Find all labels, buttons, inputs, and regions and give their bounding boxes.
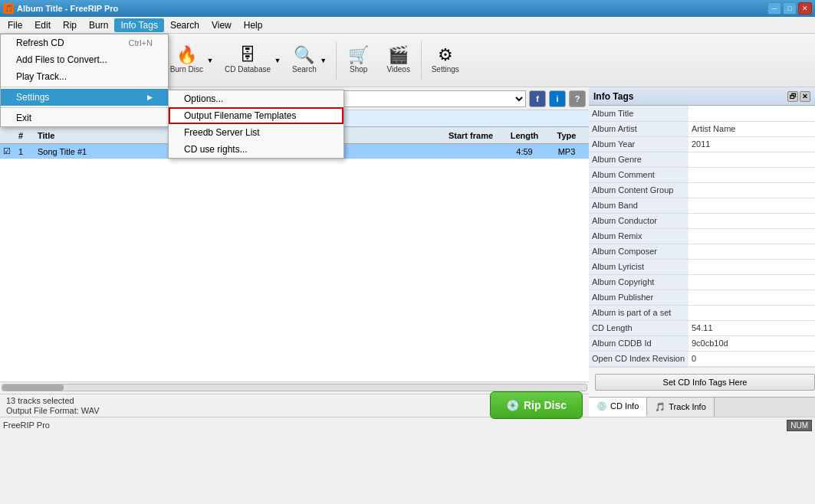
menu-edit[interactable]: Edit bbox=[28, 18, 57, 32]
info-field-value[interactable] bbox=[688, 152, 815, 167]
dropdown-separator-1 bbox=[1, 87, 168, 87]
track-list[interactable]: ☑ 1 Song Title #1 4:59 MP3 bbox=[0, 144, 589, 381]
info-panel-body: Album TitleAlbum ArtistArtist NameAlbum … bbox=[589, 106, 815, 367]
search-dropdown-arrow[interactable]: ▼ bbox=[318, 37, 329, 84]
info-field-label: CD Length bbox=[589, 320, 688, 335]
rip-disc-button[interactable]: 💿 Rip Disc bbox=[490, 391, 583, 419]
menu-burn[interactable]: Burn bbox=[83, 18, 114, 32]
info-field-value[interactable]: 0 bbox=[688, 351, 815, 366]
bottom-bar: 13 tracks selected Output File Format: W… bbox=[0, 394, 589, 417]
menu-refresh-cd[interactable]: Refresh CD Ctrl+N bbox=[1, 34, 168, 51]
burn-disc-button[interactable]: 🔥 Burn Disc ▼ bbox=[166, 37, 219, 84]
info-field-value[interactable] bbox=[688, 274, 815, 290]
info-table-row: Album is part of a set bbox=[589, 305, 815, 320]
info-table-row: Album Remix bbox=[589, 228, 815, 244]
submenu-cd-use-rights[interactable]: CD use rights... bbox=[169, 141, 343, 158]
menu-bar: File Edit Rip Burn Info Tags Search View… bbox=[0, 17, 815, 34]
maximize-button[interactable]: □ bbox=[783, 2, 797, 15]
info-field-label: Album Copyright bbox=[589, 274, 688, 290]
title-bar-left: 🎵 Album Title - FreeRIP Pro bbox=[3, 3, 118, 14]
search-icon: 🔍 bbox=[294, 47, 314, 64]
minimize-button[interactable]: ─ bbox=[767, 2, 781, 15]
panel-close-button[interactable]: ✕ bbox=[800, 91, 810, 102]
help-button[interactable]: ? bbox=[569, 90, 586, 107]
menu-settings-item[interactable]: Settings bbox=[1, 89, 168, 106]
info-field-value[interactable] bbox=[688, 290, 815, 305]
set-cd-info-button[interactable]: Set CD Info Tags Here bbox=[595, 374, 815, 391]
info-table-row: Album Comment bbox=[589, 167, 815, 182]
track-type: MP3 bbox=[547, 147, 586, 156]
menu-rip[interactable]: Rip bbox=[57, 18, 83, 32]
info-field-value[interactable] bbox=[688, 213, 815, 228]
info-field-value[interactable] bbox=[688, 228, 815, 244]
bottom-status-area: 13 tracks selected Output File Format: W… bbox=[6, 396, 100, 415]
scroll-track[interactable] bbox=[2, 384, 587, 391]
settings-button[interactable]: ⚙ Settings bbox=[425, 37, 466, 84]
title-bar: 🎵 Album Title - FreeRIP Pro ─ □ ✕ bbox=[0, 0, 815, 17]
info-field-value[interactable] bbox=[688, 106, 815, 121]
window-controls: ─ □ ✕ bbox=[767, 2, 812, 15]
info-field-label: Album Title bbox=[589, 106, 688, 121]
track-number: 1 bbox=[18, 147, 38, 156]
search-button[interactable]: 🔍 Search ▼ bbox=[288, 37, 333, 84]
close-button[interactable]: ✕ bbox=[798, 2, 812, 15]
info-table-row: Album Publisher bbox=[589, 290, 815, 305]
submenu-output-filename[interactable]: Output Filename Templates bbox=[169, 107, 343, 124]
info-button[interactable]: i bbox=[549, 90, 566, 107]
info-field-value[interactable]: 9c0cb10d bbox=[688, 335, 815, 351]
menu-exit[interactable]: Exit bbox=[1, 110, 168, 126]
info-field-label: Album Band bbox=[589, 198, 688, 213]
info-field-value[interactable]: 54.11 bbox=[688, 320, 815, 335]
panel-restore-button[interactable]: 🗗 bbox=[787, 91, 798, 102]
videos-button[interactable]: 🎬 Videos bbox=[380, 37, 418, 84]
info-table: Album TitleAlbum ArtistArtist NameAlbum … bbox=[589, 106, 815, 367]
info-field-value[interactable]: Artist Name bbox=[688, 121, 815, 136]
info-field-value[interactable]: 2011 bbox=[688, 136, 815, 152]
menu-help[interactable]: Help bbox=[238, 18, 269, 32]
facebook-button[interactable]: f bbox=[529, 90, 546, 107]
burn-disc-label: Burn Disc bbox=[170, 65, 203, 74]
menu-info-tags[interactable]: Info Tags bbox=[114, 18, 163, 32]
info-table-row: Album Composer bbox=[589, 244, 815, 259]
info-table-row: Album Conductor bbox=[589, 213, 815, 228]
info-field-value[interactable] bbox=[688, 198, 815, 213]
info-table-row: Album ArtistArtist Name bbox=[589, 121, 815, 136]
info-field-value[interactable] bbox=[688, 244, 815, 259]
toolbar-sep-3 bbox=[421, 41, 422, 80]
col-num-header: # bbox=[18, 131, 38, 140]
shop-button[interactable]: 🛒 Shop bbox=[340, 37, 378, 84]
videos-icon: 🎬 bbox=[388, 47, 409, 64]
status-text: FreeRIP Pro bbox=[3, 421, 50, 430]
menu-search[interactable]: Search bbox=[164, 18, 205, 32]
menu-play-track-item[interactable]: Play Track... bbox=[1, 68, 168, 85]
info-panel-title: Info Tags bbox=[593, 91, 633, 102]
info-panel-controls: 🗗 ✕ bbox=[787, 91, 810, 102]
info-field-value[interactable] bbox=[688, 182, 815, 198]
info-field-value[interactable] bbox=[688, 259, 815, 274]
track-checkbox[interactable]: ☑ bbox=[3, 146, 18, 156]
scroll-thumb[interactable] bbox=[2, 385, 64, 391]
info-table-row: Album CDDB Id9c0cb10d bbox=[589, 335, 815, 351]
tracks-selected-label: 13 tracks selected bbox=[6, 396, 100, 405]
menu-file[interactable]: File bbox=[2, 18, 28, 32]
tab-track-info[interactable]: 🎵 Track Info bbox=[647, 398, 715, 417]
shop-icon: 🛒 bbox=[348, 47, 369, 64]
submenu-freedb-server[interactable]: Freedb Server List bbox=[169, 124, 343, 141]
tab-cd-info[interactable]: 💿 CD Info bbox=[589, 398, 647, 417]
burn-disc-icon: 🔥 bbox=[176, 47, 197, 64]
burn-disc-dropdown-arrow[interactable]: ▼ bbox=[205, 37, 215, 84]
info-field-label: Album Year bbox=[589, 136, 688, 152]
cd-database-dropdown-arrow[interactable]: ▼ bbox=[272, 37, 283, 84]
info-field-label: Album Artist bbox=[589, 121, 688, 136]
cd-info-label: CD Info bbox=[610, 401, 639, 411]
cd-database-button[interactable]: 🗄 CD Database ▼ bbox=[221, 37, 287, 84]
output-format-label: Output File Format: WAV bbox=[6, 406, 100, 415]
info-table-row: Album Band bbox=[589, 198, 815, 213]
submenu-options[interactable]: Options... bbox=[169, 90, 343, 107]
info-field-value[interactable] bbox=[688, 167, 815, 182]
track-length: 4:59 bbox=[501, 147, 547, 156]
menu-view[interactable]: View bbox=[205, 18, 238, 32]
info-field-value[interactable] bbox=[688, 305, 815, 320]
menu-add-files[interactable]: Add Files to Convert... bbox=[1, 51, 168, 68]
info-table-row: Album Year2011 bbox=[589, 136, 815, 152]
